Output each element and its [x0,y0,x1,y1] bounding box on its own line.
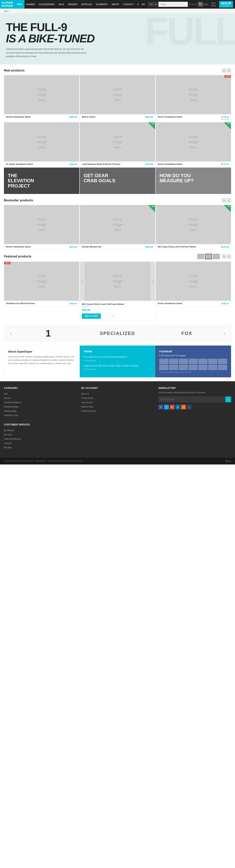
nav-item-women[interactable]: WOMEN [24,0,37,9]
social-icon-twitter[interactable]: t [164,405,169,409]
featured-section: Featured products ‹ › Someimagehere SALE… [0,250,235,321]
product-image: Someimagehere [156,262,231,301]
nav-item-articles[interactable]: ARTICLES [79,0,94,9]
nav-item-brands[interactable]: BRANDS [66,0,79,9]
about-col: About SuperDuper Lorem ipsum dolor sit a… [4,345,80,377]
compare-button[interactable]: ⇄ [110,313,116,319]
footer-link-climbing[interactable]: Climbing Equipment [4,400,77,405]
footer-link-sitemap[interactable]: Site Map [4,445,77,450]
nav-item-elements[interactable]: ELEMENTS [94,0,110,9]
header-right: Login Wish list(0) $945.99 3 items [203,0,235,9]
footer-category-col: Category Men Women Climbing Equipment Ba… [4,387,77,450]
featured-prev[interactable]: ‹ [222,254,226,258]
newsletter-input[interactable] [158,397,226,402]
social-icon-tumblr[interactable]: t [187,405,191,409]
product-price: $159.15 [221,302,229,305]
footer-link-women[interactable]: Women [4,396,77,400]
nav-item-contact[interactable]: CONTACT [121,0,135,9]
brands-next[interactable]: › [221,331,227,336]
sale-badge: SALE [225,75,231,78]
product-sub: For men [82,306,153,308]
fb-avatar [208,359,217,364]
logo[interactable]: SUPER DUPER [0,0,15,9]
wishlist-link[interactable]: Wish list(0) [211,2,216,7]
wishlist-button[interactable]: ♡ [102,313,108,319]
footer-link-returns[interactable]: Orders And Returns [4,437,77,441]
search-input[interactable] [158,2,188,7]
brand-item-1[interactable]: 1 [14,328,83,339]
product-info: Breach Snowboard Jacket $642.22 [4,244,79,250]
product-info: Encore Snowboard Jacket $159.15 [156,301,231,306]
brands-prev[interactable]: ‹ [8,331,14,336]
login-link[interactable]: Login [203,3,208,5]
nav-item-about[interactable]: ABOUT [110,0,121,9]
new-badge-label: NEW [151,123,155,124]
nav-item-accessories[interactable]: ACCESSORIES [37,0,56,9]
footer-bottom-text: Powered with love by HazyTheme · SuperDu… [4,460,83,462]
fb-avatar [218,359,227,364]
social-icon-facebook[interactable]: f [158,405,163,409]
product-image: Someimagehere NEW [156,122,231,161]
product-card: Someimagehere NEW Leatt Adventure Body P… [80,122,155,167]
sub-nav-item[interactable]: Men » [4,10,10,12]
nav-item-sale[interactable]: SALE [56,0,66,9]
footer-link-order[interactable]: My Order [4,433,77,437]
footer-link-privacy[interactable]: Privacy Policy [81,396,154,400]
thumb-3[interactable] [213,254,220,259]
social-icon-google[interactable]: g+ [170,405,175,409]
featured-img-next[interactable]: › [150,262,155,301]
promo-measure[interactable]: HOW DO YOUMEASURE UP? [156,167,231,194]
footer-link-sleeping[interactable]: Sleeping Bags [4,409,77,413]
nav-item-en[interactable]: EN [140,0,146,9]
product-card: Someimagehere Breach Snowboard Jacket $6… [4,205,79,250]
twitter-col: Twitter As a result of your previous rec… [80,345,156,377]
search-results-count: 87 results [189,3,197,5]
thumb-2[interactable] [205,254,212,259]
search-button[interactable]: 🔍 [198,2,203,7]
promo-elevation[interactable]: THEELEVATIONPROJECT [4,167,79,194]
footer: Category Men Women Climbing Equipment Ba… [0,381,235,458]
social-icon-rss[interactable]: rss [181,405,186,409]
footer-link-clearance[interactable]: Clearance Lines [4,413,77,417]
featured-grid: Someimagehere SALE SixSixOne Evo Wired F… [4,261,231,321]
product-name: 661 Comp II Entry Level Full Face Helmet… [82,303,153,306]
search-category-select[interactable]: Men [148,2,158,7]
footer-link-wishlist[interactable]: My Wishlist [4,428,77,433]
bestseller-next[interactable]: › [227,198,231,203]
add-to-cart-button[interactable]: ADD TO CART [82,313,101,319]
logo-super: SUPER [2,1,13,4]
product-image-placeholder: Someimagehere [113,87,122,103]
featured-next[interactable]: › [227,254,231,258]
nav-item-s[interactable]: S [135,0,140,9]
nav-item-men[interactable]: MEN [15,0,24,9]
product-info: Encore Snowboard Jacket $770.15 $1,170.1… [156,114,231,122]
footer-link-contacts[interactable]: Contacts [4,441,77,445]
footer-link-reviews[interactable]: Product Reviews [81,409,154,413]
new-products-section: New products ‹ › Someimagehere Breach Sn… [0,64,235,167]
bestseller-prev[interactable]: ‹ [222,198,226,203]
new-products-prev[interactable]: ‹ [222,68,226,73]
promo-crab[interactable]: GET GEARCRAB GOALS [80,167,155,194]
footer-link-men[interactable]: Men [4,392,77,396]
logo-duper: DUPER [2,4,13,8]
thumb-1[interactable] [197,254,204,259]
footer-link-address[interactable]: Address Book [81,405,154,409]
top-link[interactable]: Top ▲ [226,460,231,462]
footer-link-about[interactable]: About Us [81,392,154,396]
footer-account-col: My account About Us Privacy Policy Your … [81,387,154,450]
product-image-placeholder: Someimagehere [189,217,198,232]
brand-item-fox[interactable]: FOX [152,331,221,336]
brand-item-specialized[interactable]: SPECIALIZED [83,331,152,336]
footer-link-backpacks[interactable]: Backpacks/Bags [4,405,77,409]
product-image: Someimagehere NEW [80,122,155,161]
social-icon-linkedin[interactable]: in [176,405,180,409]
cart-widget[interactable]: $945.99 3 items [219,1,233,8]
product-image: Someimagehere [4,122,79,161]
new-products-next[interactable]: › [227,68,231,73]
featured-img-prev[interactable]: ‹ [80,262,85,301]
newsletter-submit[interactable]: › [226,397,231,402]
cart-price: $945.99 [221,2,231,5]
price-block: $770.15 $1,170.15 [221,116,229,120]
footer-category-title: Category [4,387,77,390]
footer-link-your-account[interactable]: Your Account [81,400,154,405]
